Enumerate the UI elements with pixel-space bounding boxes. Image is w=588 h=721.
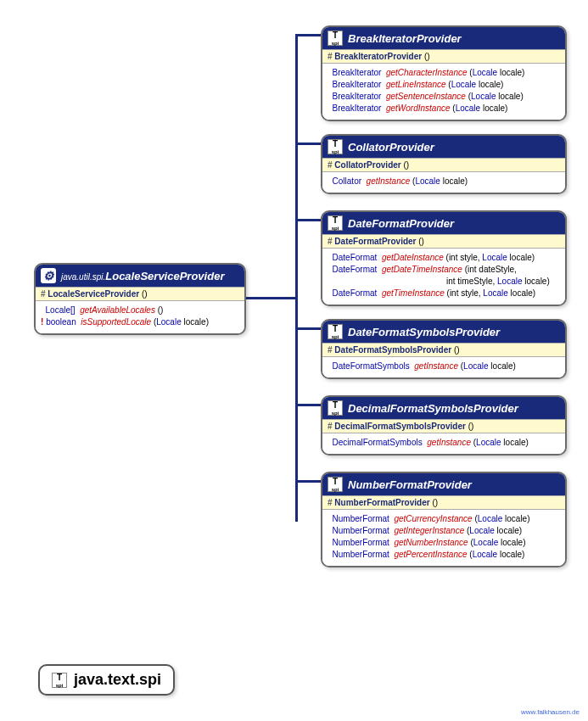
class-numberformatprovider: NumberFormatProvider# NumberFormatProvid… xyxy=(321,472,567,567)
method-row: NumberFormat getNumberInstance (Locale l… xyxy=(328,537,560,549)
connector-branch-3 xyxy=(295,327,322,330)
method-row: DateFormat getTimeInstance (int style, L… xyxy=(328,288,560,299)
class-breakiteratorprovider: BreakIteratorProvider# BreakIteratorProv… xyxy=(321,25,567,121)
method-row: int timeStyle, Locale locale) xyxy=(328,276,560,288)
method-row: BreakIterator getCharacterInstance (Loca… xyxy=(328,67,560,79)
methods-list: DateFormatSymbols getInstance (Locale lo… xyxy=(322,357,565,377)
constructor-row: # CollatorProvider () xyxy=(322,158,565,172)
gear-icon: ⚙ xyxy=(41,268,56,283)
spi-icon xyxy=(328,400,343,416)
methods-list: BreakIterator getCharacterInstance (Loca… xyxy=(322,64,565,120)
class-name: DecimalFormatSymbolsProvider xyxy=(348,402,518,415)
spi-icon xyxy=(328,215,343,231)
credit-link[interactable]: www.falkhausen.de xyxy=(521,708,580,716)
spi-icon xyxy=(328,324,343,339)
class-header: ⚙ java.util.spi.LocaleServiceProvider xyxy=(36,265,244,287)
class-name: DateFormatProvider xyxy=(348,217,454,230)
connector-branch-5 xyxy=(295,480,322,483)
spi-icon xyxy=(52,673,67,688)
connector-branch-1 xyxy=(295,143,322,145)
method-row: NumberFormat getPercentInstance (Locale … xyxy=(328,549,560,561)
spi-icon xyxy=(328,139,343,154)
class-decimalformatsymbolsprovider: DecimalFormatSymbolsProvider# DecimalFor… xyxy=(321,395,567,456)
method-row: Collator getInstance (Locale locale) xyxy=(328,176,560,187)
package-name: java.text.spi xyxy=(74,671,161,689)
package-label: java.text.spi xyxy=(38,664,175,696)
methods-list: NumberFormat getCurrencyInstance (Locale… xyxy=(322,510,565,566)
method-row: DateFormat getDateInstance (int style, L… xyxy=(328,252,560,264)
method-row: DateFormat getDateTimeInstance (int date… xyxy=(328,264,560,276)
class-name: NumberFormatProvider xyxy=(348,478,472,491)
class-header: BreakIteratorProvider xyxy=(322,27,565,49)
class-header: DateFormatProvider xyxy=(322,212,565,234)
class-name: CollatorProvider xyxy=(348,141,434,154)
class-header: DateFormatSymbolsProvider xyxy=(322,321,565,343)
spi-icon xyxy=(328,31,343,46)
connector-trunk-h xyxy=(246,297,297,299)
method-row: BreakIterator getLineInstance (Locale lo… xyxy=(328,79,560,91)
method-row: Locale[] getAvailableLocales () xyxy=(41,305,239,316)
class-name: BreakIteratorProvider xyxy=(348,32,462,45)
constructor-row: # DecimalFormatSymbolsProvider () xyxy=(322,419,565,433)
methods-list: Locale[] getAvailableLocales ()! boolean… xyxy=(36,301,244,333)
connector-branch-0 xyxy=(295,34,322,36)
class-name: LocaleServiceProvider xyxy=(105,270,224,282)
connector-trunk-v xyxy=(295,34,298,522)
constructor-row: # NumberFormatProvider () xyxy=(322,495,565,510)
class-dateformatsymbolsprovider: DateFormatSymbolsProvider# DateFormatSym… xyxy=(321,319,567,379)
method-row: BreakIterator getWordInstance (Locale lo… xyxy=(328,103,560,115)
methods-list: DateFormat getDateInstance (int style, L… xyxy=(322,249,565,305)
package-prefix: java.util.spi. xyxy=(61,272,105,282)
class-locale-service-provider: ⚙ java.util.spi.LocaleServiceProvider # … xyxy=(34,263,246,335)
spi-icon xyxy=(328,477,343,492)
connector-branch-2 xyxy=(295,219,322,221)
constructor-row: # DateFormatProvider () xyxy=(322,234,565,249)
methods-list: DecimalFormatSymbols getInstance (Locale… xyxy=(322,433,565,454)
class-header: DecimalFormatSymbolsProvider xyxy=(322,397,565,419)
method-row: NumberFormat getCurrencyInstance (Locale… xyxy=(328,513,560,525)
class-collatorprovider: CollatorProvider# CollatorProvider () Co… xyxy=(321,134,567,194)
method-row: ! boolean isSupportedLocale (Locale loca… xyxy=(41,316,239,328)
methods-list: Collator getInstance (Locale locale) xyxy=(322,172,565,193)
method-row: DateFormatSymbols getInstance (Locale lo… xyxy=(328,360,560,372)
method-row: BreakIterator getSentenceInstance (Local… xyxy=(328,91,560,103)
class-header: CollatorProvider xyxy=(322,136,565,158)
constructor-row: # LocaleServiceProvider () xyxy=(36,287,244,301)
method-row: DecimalFormatSymbols getInstance (Locale… xyxy=(328,437,560,449)
class-name: DateFormatSymbolsProvider xyxy=(348,326,500,338)
constructor-row: # DateFormatSymbolsProvider () xyxy=(322,343,565,357)
method-row: NumberFormat getIntegerInstance (Locale … xyxy=(328,525,560,537)
connector-branch-4 xyxy=(295,404,322,406)
constructor-row: # BreakIteratorProvider () xyxy=(322,49,565,64)
class-dateformatprovider: DateFormatProvider# DateFormatProvider (… xyxy=(321,210,567,306)
class-header: NumberFormatProvider xyxy=(322,473,565,495)
